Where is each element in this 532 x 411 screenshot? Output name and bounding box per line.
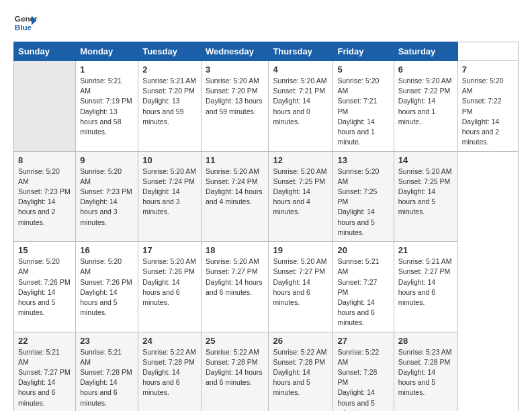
calendar-cell: 24Sunrise: 5:22 AMSunset: 7:28 PMDayligh… bbox=[138, 332, 202, 411]
day-number: 25 bbox=[206, 336, 264, 346]
day-number: 2 bbox=[142, 64, 197, 75]
day-number: 4 bbox=[273, 64, 328, 75]
day-info: Sunrise: 5:20 AMSunset: 7:20 PMDaylight:… bbox=[206, 76, 264, 117]
day-number: 15 bbox=[18, 245, 71, 255]
day-info: Sunrise: 5:21 AMSunset: 7:27 PMDaylight:… bbox=[18, 347, 71, 408]
weekday-header-row: SundayMondayTuesdayWednesdayThursdayFrid… bbox=[14, 42, 519, 61]
day-info: Sunrise: 5:22 AMSunset: 7:28 PMDaylight:… bbox=[273, 347, 328, 398]
calendar-cell: 10Sunrise: 5:20 AMSunset: 7:24 PMDayligh… bbox=[138, 151, 202, 242]
svg-text:Blue: Blue bbox=[15, 23, 32, 32]
calendar-cell: 6Sunrise: 5:20 AMSunset: 7:22 PMDaylight… bbox=[394, 61, 457, 152]
calendar-table: SundayMondayTuesdayWednesdayThursdayFrid… bbox=[13, 42, 519, 411]
day-number: 23 bbox=[80, 336, 134, 346]
day-info: Sunrise: 5:20 AMSunset: 7:21 PMDaylight:… bbox=[273, 76, 328, 127]
calendar-cell: 28Sunrise: 5:23 AMSunset: 7:28 PMDayligh… bbox=[394, 332, 457, 411]
day-info: Sunrise: 5:21 AMSunset: 7:28 PMDaylight:… bbox=[80, 347, 134, 408]
day-info: Sunrise: 5:21 AMSunset: 7:27 PMDaylight:… bbox=[337, 257, 389, 328]
day-info: Sunrise: 5:22 AMSunset: 7:28 PMDaylight:… bbox=[337, 347, 389, 411]
day-number: 21 bbox=[398, 245, 453, 255]
weekday-header-friday: Friday bbox=[333, 42, 394, 61]
week-row-3: 15Sunrise: 5:20 AMSunset: 7:26 PMDayligh… bbox=[14, 242, 519, 332]
day-number: 6 bbox=[398, 64, 453, 75]
calendar-cell: 25Sunrise: 5:22 AMSunset: 7:28 PMDayligh… bbox=[201, 332, 268, 411]
day-number: 11 bbox=[206, 155, 264, 165]
calendar-cell: 26Sunrise: 5:22 AMSunset: 7:28 PMDayligh… bbox=[269, 332, 333, 411]
day-info: Sunrise: 5:20 AMSunset: 7:26 PMDaylight:… bbox=[80, 257, 134, 318]
day-info: Sunrise: 5:20 AMSunset: 7:26 PMDaylight:… bbox=[142, 257, 197, 308]
day-number: 7 bbox=[462, 64, 514, 75]
calendar-cell: 17Sunrise: 5:20 AMSunset: 7:26 PMDayligh… bbox=[138, 242, 202, 332]
day-info: Sunrise: 5:20 AMSunset: 7:23 PMDaylight:… bbox=[18, 167, 71, 228]
logo-icon: General Blue bbox=[13, 11, 38, 35]
calendar-cell: 11Sunrise: 5:20 AMSunset: 7:24 PMDayligh… bbox=[201, 151, 268, 242]
weekday-header-tuesday: Tuesday bbox=[138, 42, 202, 61]
day-number: 20 bbox=[337, 245, 389, 255]
day-info: Sunrise: 5:20 AMSunset: 7:25 PMDaylight:… bbox=[273, 167, 328, 218]
day-number: 1 bbox=[80, 64, 134, 75]
day-number: 9 bbox=[80, 155, 134, 165]
day-info: Sunrise: 5:20 AMSunset: 7:21 PMDaylight:… bbox=[337, 76, 389, 148]
day-number: 14 bbox=[398, 155, 453, 165]
day-info: Sunrise: 5:22 AMSunset: 7:28 PMDaylight:… bbox=[142, 347, 197, 398]
day-number: 27 bbox=[337, 336, 389, 346]
day-info: Sunrise: 5:21 AMSunset: 7:27 PMDaylight:… bbox=[398, 257, 453, 308]
day-info: Sunrise: 5:20 AMSunset: 7:25 PMDaylight:… bbox=[337, 167, 389, 238]
week-row-1: 1Sunrise: 5:21 AMSunset: 7:19 PMDaylight… bbox=[14, 61, 519, 152]
calendar-cell: 23Sunrise: 5:21 AMSunset: 7:28 PMDayligh… bbox=[76, 332, 138, 411]
calendar-cell: 7Sunrise: 5:20 AMSunset: 7:22 PMDaylight… bbox=[457, 61, 518, 152]
day-info: Sunrise: 5:23 AMSunset: 7:28 PMDaylight:… bbox=[398, 347, 453, 398]
calendar-cell: 4Sunrise: 5:20 AMSunset: 7:21 PMDaylight… bbox=[269, 61, 333, 152]
calendar-cell: 15Sunrise: 5:20 AMSunset: 7:26 PMDayligh… bbox=[14, 242, 76, 332]
day-info: Sunrise: 5:20 AMSunset: 7:22 PMDaylight:… bbox=[398, 76, 453, 127]
weekday-header-thursday: Thursday bbox=[269, 42, 333, 61]
calendar-cell: 19Sunrise: 5:20 AMSunset: 7:27 PMDayligh… bbox=[269, 242, 333, 332]
day-number: 12 bbox=[273, 155, 328, 165]
calendar-cell: 3Sunrise: 5:20 AMSunset: 7:20 PMDaylight… bbox=[201, 61, 268, 152]
calendar-cell: 20Sunrise: 5:21 AMSunset: 7:27 PMDayligh… bbox=[333, 242, 394, 332]
calendar-cell: 14Sunrise: 5:20 AMSunset: 7:25 PMDayligh… bbox=[394, 151, 457, 242]
day-number: 13 bbox=[337, 155, 389, 165]
calendar-cell: 1Sunrise: 5:21 AMSunset: 7:19 PMDaylight… bbox=[76, 61, 138, 152]
logo: General Blue bbox=[13, 11, 38, 35]
weekday-header-sunday: Sunday bbox=[14, 42, 76, 61]
calendar-cell: 22Sunrise: 5:21 AMSunset: 7:27 PMDayligh… bbox=[14, 332, 76, 411]
day-number: 16 bbox=[80, 245, 134, 255]
day-info: Sunrise: 5:20 AMSunset: 7:27 PMDaylight:… bbox=[206, 257, 264, 298]
day-number: 18 bbox=[206, 245, 264, 255]
calendar-cell: 5Sunrise: 5:20 AMSunset: 7:21 PMDaylight… bbox=[333, 61, 394, 152]
day-info: Sunrise: 5:20 AMSunset: 7:27 PMDaylight:… bbox=[273, 257, 328, 308]
day-info: Sunrise: 5:22 AMSunset: 7:28 PMDaylight:… bbox=[206, 347, 264, 388]
day-number: 26 bbox=[273, 336, 328, 346]
weekday-header-monday: Monday bbox=[76, 42, 138, 61]
calendar-cell: 8Sunrise: 5:20 AMSunset: 7:23 PMDaylight… bbox=[14, 151, 76, 242]
calendar-cell: 27Sunrise: 5:22 AMSunset: 7:28 PMDayligh… bbox=[333, 332, 394, 411]
calendar-cell: 21Sunrise: 5:21 AMSunset: 7:27 PMDayligh… bbox=[394, 242, 457, 332]
day-info: Sunrise: 5:20 AMSunset: 7:26 PMDaylight:… bbox=[18, 257, 71, 318]
week-row-2: 8Sunrise: 5:20 AMSunset: 7:23 PMDaylight… bbox=[14, 151, 519, 242]
header: General Blue bbox=[13, 11, 519, 35]
day-number: 8 bbox=[18, 155, 71, 165]
day-info: Sunrise: 5:21 AMSunset: 7:20 PMDaylight:… bbox=[142, 76, 197, 127]
calendar-cell: 2Sunrise: 5:21 AMSunset: 7:20 PMDaylight… bbox=[138, 61, 202, 152]
weekday-header-wednesday: Wednesday bbox=[201, 42, 268, 61]
calendar-cell: 13Sunrise: 5:20 AMSunset: 7:25 PMDayligh… bbox=[333, 151, 394, 242]
day-number: 3 bbox=[206, 64, 264, 75]
week-row-4: 22Sunrise: 5:21 AMSunset: 7:27 PMDayligh… bbox=[14, 332, 519, 411]
calendar-cell: 12Sunrise: 5:20 AMSunset: 7:25 PMDayligh… bbox=[269, 151, 333, 242]
calendar-cell: 9Sunrise: 5:20 AMSunset: 7:23 PMDaylight… bbox=[76, 151, 138, 242]
day-info: Sunrise: 5:20 AMSunset: 7:22 PMDaylight:… bbox=[462, 76, 514, 148]
calendar-cell bbox=[14, 61, 76, 152]
calendar-cell: 16Sunrise: 5:20 AMSunset: 7:26 PMDayligh… bbox=[76, 242, 138, 332]
day-number: 28 bbox=[398, 336, 453, 346]
day-number: 19 bbox=[273, 245, 328, 255]
day-number: 22 bbox=[18, 336, 71, 346]
calendar-cell: 18Sunrise: 5:20 AMSunset: 7:27 PMDayligh… bbox=[201, 242, 268, 332]
day-number: 17 bbox=[142, 245, 197, 255]
calendar-container: General Blue SundayMondayTuesdayWednesda… bbox=[0, 0, 532, 411]
day-info: Sunrise: 5:20 AMSunset: 7:24 PMDaylight:… bbox=[206, 167, 264, 208]
day-number: 10 bbox=[142, 155, 197, 165]
day-info: Sunrise: 5:21 AMSunset: 7:19 PMDaylight:… bbox=[80, 76, 134, 137]
day-info: Sunrise: 5:20 AMSunset: 7:23 PMDaylight:… bbox=[80, 167, 134, 228]
weekday-header-saturday: Saturday bbox=[394, 42, 457, 61]
day-info: Sunrise: 5:20 AMSunset: 7:24 PMDaylight:… bbox=[142, 167, 197, 218]
